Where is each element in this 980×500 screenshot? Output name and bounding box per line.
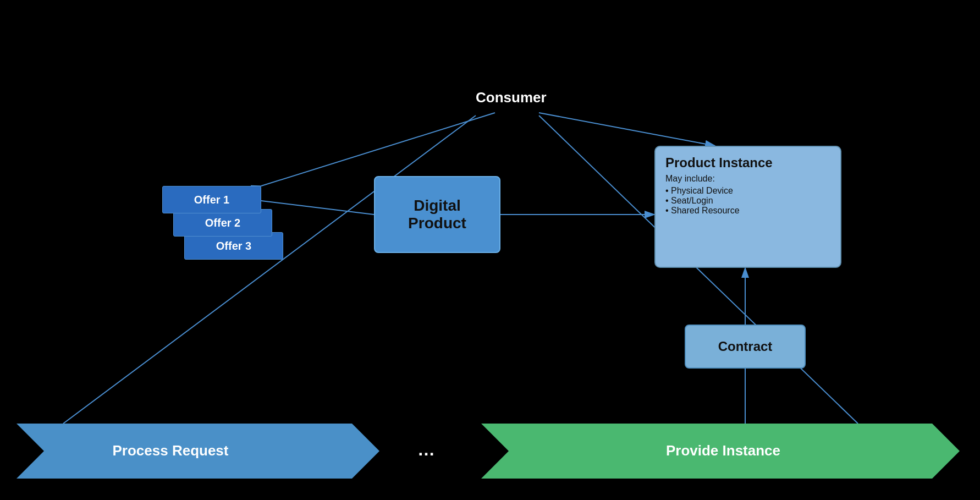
diagram-container: Consumer Offer 1 Offer 2 Offer 3 Digital… [0,0,980,500]
svg-text:…: … [417,439,435,459]
offer-2-label: Offer 2 [205,217,240,229]
svg-text:Process Request: Process Request [113,442,229,459]
digital-product-box: DigitalProduct [374,176,500,253]
provide-instance-arrow: Provide Instance [481,424,960,479]
consumer-to-offer-line [261,113,495,186]
consumer-to-process-line [63,116,476,424]
contract-label: Contract [718,339,773,354]
ellipsis-area: … [366,424,487,479]
product-instance-box: Product Instance May include: • Physical… [654,146,841,268]
svg-text:Provide Instance: Provide Instance [666,442,780,459]
offer-3-label: Offer 3 [216,240,251,252]
consumer-label: Consumer [476,89,547,106]
product-instance-subtitle: May include: [665,174,830,184]
offer-1-label: Offer 1 [194,194,229,206]
product-instance-item-3: • Shared Resource [665,206,830,216]
product-instance-item-1: • Physical Device [665,186,830,196]
offer-1-box: Offer 1 [162,186,261,213]
digital-product-label: DigitalProduct [408,197,466,232]
contract-box: Contract [685,325,806,369]
product-instance-item-2: • Seat/Login [665,196,830,206]
process-request-arrow: Process Request [16,424,379,479]
digital-product-to-offer-line [261,201,374,215]
product-instance-title: Product Instance [665,155,830,171]
